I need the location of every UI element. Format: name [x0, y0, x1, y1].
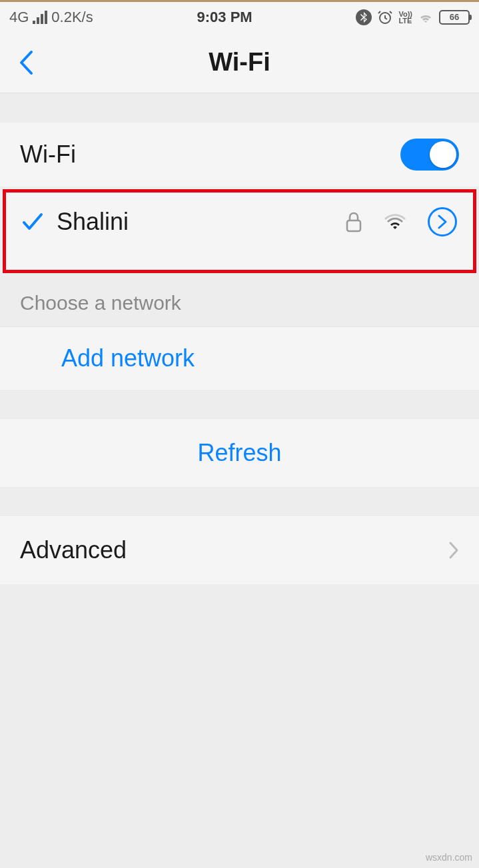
lock-icon	[345, 211, 362, 232]
wifi-status-icon	[418, 11, 434, 24]
status-time: 9:03 PM	[197, 9, 252, 26]
wifi-signal-icon	[384, 213, 406, 230]
choose-network-header: Choose a network	[0, 273, 479, 326]
watermark: wsxdn.com	[426, 852, 472, 863]
nav-bar: Wi-Fi	[0, 32, 479, 93]
status-right: Vo)) LTE 66	[356, 9, 470, 25]
connected-network-row[interactable]: Shalini	[6, 193, 473, 270]
connected-network-highlight: Shalini	[3, 189, 476, 273]
status-left: 4G 0.2K/s	[9, 9, 93, 26]
network-type: 4G	[9, 9, 29, 26]
network-detail-button[interactable]	[428, 207, 457, 236]
status-bar: 4G 0.2K/s 9:03 PM Vo)) LTE 66	[0, 0, 479, 32]
advanced-label: Advanced	[20, 536, 448, 564]
bluetooth-icon	[356, 9, 372, 25]
check-icon	[22, 213, 43, 231]
signal-bars-icon	[33, 11, 47, 24]
battery-icon: 66	[439, 10, 470, 25]
page-title: Wi-Fi	[209, 48, 270, 77]
advanced-row[interactable]: Advanced	[0, 516, 479, 584]
wifi-toggle-label: Wi-Fi	[20, 141, 400, 169]
refresh-button[interactable]: Refresh	[0, 419, 479, 487]
chevron-right-icon	[448, 541, 459, 560]
add-network-button[interactable]: Add network	[0, 326, 479, 390]
svg-rect-1	[347, 220, 360, 231]
alarm-icon	[377, 9, 393, 25]
data-rate: 0.2K/s	[51, 9, 93, 26]
back-button[interactable]	[19, 50, 33, 75]
wifi-toggle-row: Wi-Fi	[0, 123, 479, 187]
volte-icon: Vo)) LTE	[398, 11, 412, 24]
connected-network-name: Shalini	[57, 208, 345, 236]
wifi-toggle-switch[interactable]	[400, 139, 459, 171]
